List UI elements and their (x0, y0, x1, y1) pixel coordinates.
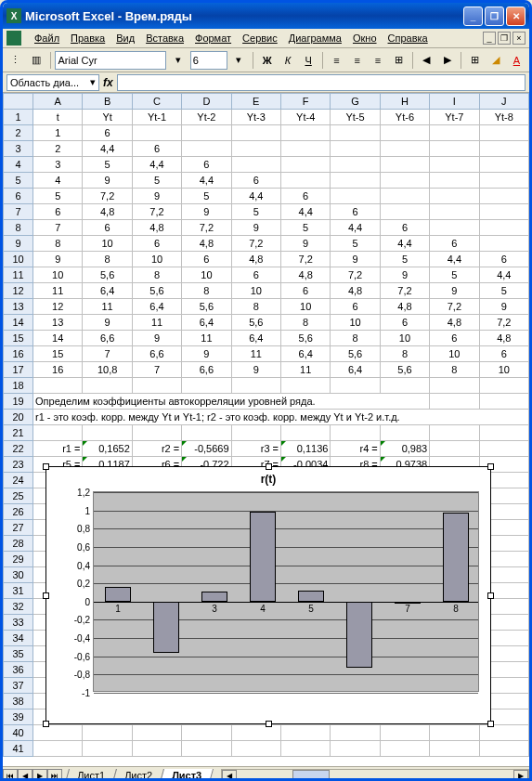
cell[interactable] (430, 157, 479, 173)
cell[interactable]: 2 (33, 141, 83, 157)
cell[interactable] (280, 741, 330, 757)
cell[interactable]: 6 (280, 283, 330, 299)
menu-Справка[interactable]: Справка (383, 31, 434, 46)
cell[interactable]: 10 (231, 283, 280, 299)
cell[interactable] (331, 425, 380, 441)
cell[interactable]: 5 (479, 283, 528, 299)
row-header-20[interactable]: 20 (4, 410, 33, 425)
cell[interactable]: 6 (33, 204, 83, 220)
cell[interactable]: 5,6 (331, 346, 380, 362)
cell[interactable]: 4,4 (479, 267, 528, 283)
cell[interactable]: 11 (182, 331, 231, 346)
cell[interactable] (33, 741, 83, 757)
row-header-40[interactable]: 40 (4, 725, 33, 741)
cell[interactable]: 4,4 (380, 236, 429, 252)
cell[interactable]: 5 (33, 189, 83, 204)
chart-title[interactable]: r(t) (46, 467, 490, 488)
cell[interactable] (33, 425, 83, 441)
cell[interactable]: 4,8 (83, 204, 132, 220)
cell[interactable]: 4,4 (132, 157, 181, 173)
cell[interactable]: r2 = (132, 441, 181, 457)
cell[interactable] (231, 141, 280, 157)
cell[interactable] (231, 378, 280, 394)
row-header-13[interactable]: 13 (4, 299, 33, 315)
merge-button[interactable]: ⊞ (390, 51, 408, 70)
cell[interactable] (231, 425, 280, 441)
cell[interactable] (331, 741, 380, 757)
cell[interactable] (479, 741, 528, 757)
cell[interactable]: 6,4 (331, 362, 380, 378)
cell[interactable]: 5 (132, 173, 181, 189)
cell[interactable] (479, 157, 528, 173)
cell[interactable] (182, 141, 231, 157)
italic-button[interactable]: К (279, 51, 296, 70)
cell[interactable] (430, 220, 479, 236)
name-box[interactable]: Область диа...▾ (6, 74, 99, 91)
font-color-button[interactable]: A (508, 51, 526, 70)
cell[interactable] (380, 378, 429, 394)
cell[interactable] (479, 441, 528, 457)
row-header-39[interactable]: 39 (4, 709, 33, 725)
col-header-G[interactable]: G (331, 94, 380, 110)
cell[interactable]: 10 (479, 362, 528, 378)
cell[interactable]: 7,2 (479, 315, 528, 331)
cell[interactable]: t (33, 110, 83, 125)
cell[interactable]: 1 (33, 125, 83, 141)
cell[interactable]: 4,4 (331, 220, 380, 236)
cell[interactable]: 4,8 (231, 252, 280, 267)
cell[interactable] (430, 173, 479, 189)
cell[interactable] (182, 125, 231, 141)
cell[interactable]: 11 (280, 362, 330, 378)
row-header-19[interactable]: 19 (4, 394, 33, 410)
cell[interactable]: 5,6 (182, 299, 231, 315)
cell[interactable]: 16 (33, 362, 83, 378)
cell[interactable]: 6 (231, 267, 280, 283)
chart-bar[interactable] (105, 587, 131, 602)
cell[interactable] (83, 378, 132, 394)
row-header-23[interactable]: 23 (4, 457, 33, 473)
row-header-8[interactable]: 8 (4, 220, 33, 236)
row-header-21[interactable]: 21 (4, 425, 33, 441)
row-header-9[interactable]: 9 (4, 236, 33, 252)
cell[interactable] (83, 725, 132, 741)
row-header-10[interactable]: 10 (4, 252, 33, 267)
cell[interactable] (479, 236, 528, 252)
cell[interactable] (331, 157, 380, 173)
cell[interactable]: 7,2 (331, 267, 380, 283)
font-name-combo[interactable] (55, 51, 166, 70)
tab-first-button[interactable]: ⏮ (3, 769, 18, 782)
cell[interactable]: 5 (182, 189, 231, 204)
cell[interactable] (430, 125, 479, 141)
menu-Окно[interactable]: Окно (347, 31, 383, 46)
cell[interactable] (182, 741, 231, 757)
cell[interactable]: 5 (331, 236, 380, 252)
row-header-3[interactable]: 3 (4, 141, 33, 157)
doc-minimize-button[interactable]: _ (483, 32, 496, 45)
cell[interactable]: 9 (430, 283, 479, 299)
cell[interactable]: 0,983 (380, 441, 429, 457)
cell[interactable] (430, 394, 479, 410)
doc-restore-button[interactable]: ❐ (498, 32, 511, 45)
cell[interactable]: 4,4 (182, 173, 231, 189)
cell[interactable]: 10 (132, 252, 181, 267)
chart-bar[interactable] (346, 602, 372, 668)
fx-icon[interactable]: fx (103, 76, 113, 89)
row-header-36[interactable]: 36 (4, 662, 33, 678)
chart-bar[interactable] (443, 513, 469, 602)
cell[interactable]: 11 (83, 299, 132, 315)
horizontal-scrollbar[interactable]: ◀ ▶ (221, 769, 529, 782)
cell[interactable]: 6,4 (132, 299, 181, 315)
minimize-button[interactable]: _ (463, 7, 483, 26)
col-header-I[interactable]: I (430, 94, 479, 110)
cell[interactable]: 4,4 (83, 141, 132, 157)
cell[interactable]: 5,6 (280, 331, 330, 346)
cell[interactable]: 5 (83, 157, 132, 173)
titlebar[interactable]: X Microsoft Excel - Врем.ряды _ ❐ ✕ (3, 3, 529, 29)
menu-Сервис[interactable]: Сервис (237, 31, 283, 46)
cell[interactable]: 6 (280, 189, 330, 204)
cell[interactable]: 6 (380, 220, 429, 236)
underline-button[interactable]: Ч (300, 51, 318, 70)
cell[interactable] (380, 141, 429, 157)
cell[interactable]: 6 (83, 125, 132, 141)
row-header-24[interactable]: 24 (4, 473, 33, 488)
